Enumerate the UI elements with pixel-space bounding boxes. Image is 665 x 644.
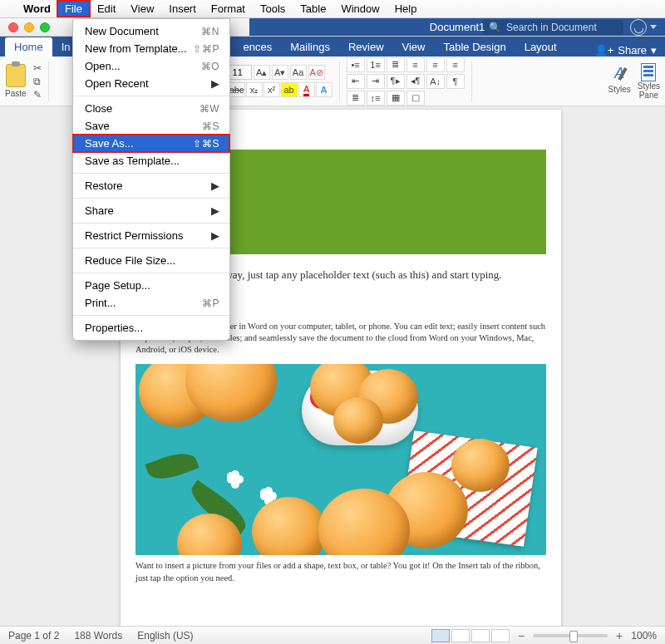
file-menu-item-new-from-template[interactable]: New from Template...⇧⌘P	[73, 40, 229, 57]
minimize-window-icon[interactable]	[24, 22, 34, 32]
bullets-button[interactable]: •≡	[347, 57, 365, 72]
tab-table-design[interactable]: Table Design	[435, 37, 515, 57]
file-menu-item-restore[interactable]: Restore▶	[73, 177, 229, 194]
feedback-smiley-icon[interactable]	[630, 19, 647, 36]
align-left-button[interactable]: ≡	[406, 57, 425, 72]
font-color-button[interactable]: A	[298, 82, 315, 97]
menu-edit[interactable]: Edit	[90, 1, 123, 17]
borders-button[interactable]: ▢	[406, 91, 425, 106]
align-right-button[interactable]: ≡	[446, 57, 465, 72]
zoom-percent[interactable]: 100%	[631, 630, 657, 642]
styles-pane-button[interactable]: Styles Pane	[638, 63, 660, 100]
search-input[interactable]: 🔍 Search in Document	[482, 20, 623, 35]
menu-item-shortcut: ⌘S	[202, 120, 219, 132]
print-layout-view-button[interactable]	[431, 629, 450, 642]
multilevel-button[interactable]: ≣	[387, 57, 405, 72]
tab-layout[interactable]: Layout	[515, 37, 566, 57]
change-case-button[interactable]: Aa	[290, 65, 307, 80]
view-mode-buttons	[431, 629, 510, 642]
font-size-select[interactable]: 11	[229, 65, 252, 80]
language-indicator[interactable]: English (US)	[137, 630, 193, 642]
file-menu-item-close[interactable]: Close⌘W	[73, 100, 229, 117]
draft-view-button[interactable]	[491, 629, 510, 642]
menu-help[interactable]: Help	[387, 1, 425, 17]
menu-insert[interactable]: Insert	[161, 1, 204, 17]
align-center-button[interactable]: ≡	[426, 57, 445, 72]
sort-button[interactable]: A↓	[426, 74, 445, 89]
text-effects-button[interactable]: A	[316, 82, 332, 97]
clear-format-button[interactable]: A⊘	[308, 65, 325, 80]
content-image[interactable]	[135, 364, 546, 555]
menu-item-label: Save	[85, 120, 110, 132]
file-menu-item-share[interactable]: Share▶	[73, 202, 229, 219]
menu-item-shortcut: ⌘W	[200, 103, 219, 115]
menu-item-shortcut: ⌘O	[201, 61, 219, 72]
menu-item-shortcut: ⇧⌘P	[193, 43, 219, 55]
zoom-slider[interactable]	[533, 634, 608, 637]
menu-item-label: Open...	[85, 60, 121, 72]
zoom-out-button[interactable]: −	[518, 629, 525, 642]
decrease-indent-button[interactable]: ⇤	[347, 74, 365, 89]
menu-item-label: Print...	[85, 297, 116, 309]
menu-item-label: Save as Template...	[85, 155, 180, 167]
divider	[471, 61, 472, 101]
file-menu-item-save-as[interactable]: Save As...⇧⌘S	[73, 135, 229, 152]
zoom-in-button[interactable]: +	[616, 629, 623, 642]
outline-view-button[interactable]	[471, 629, 490, 642]
file-menu-item-open[interactable]: Open...⌘O	[73, 57, 229, 75]
tab-home[interactable]: Home	[5, 37, 52, 57]
file-menu-item-reduce-file-size[interactable]: Reduce File Size...	[73, 252, 229, 269]
body-paragraph-2[interactable]: Want to insert a picture from your files…	[135, 560, 546, 583]
subscript-button[interactable]: x₂	[246, 82, 263, 97]
increase-indent-button[interactable]: ⇥	[367, 74, 385, 89]
file-menu-item-save[interactable]: Save⌘S	[73, 117, 229, 135]
word-count[interactable]: 188 Words	[74, 630, 122, 642]
tab-review[interactable]: Review	[339, 37, 393, 57]
tab-mailings[interactable]: Mailings	[281, 37, 339, 57]
grow-font-button[interactable]: A▴	[254, 65, 270, 80]
ltr-button[interactable]: ¶▸	[387, 74, 405, 89]
menu-file[interactable]: File	[57, 1, 90, 17]
file-menu-item-open-recent[interactable]: Open Recent▶	[73, 75, 229, 92]
menu-item-label: Close	[85, 102, 112, 115]
paste-icon[interactable]	[6, 64, 26, 87]
tab-references[interactable]: ences	[234, 37, 282, 57]
format-painter-icon[interactable]: ✎	[33, 89, 42, 101]
rtl-button[interactable]: ◂¶	[406, 74, 425, 89]
menu-tools[interactable]: Tools	[253, 1, 293, 17]
menu-format[interactable]: Format	[204, 1, 253, 17]
copy-icon[interactable]: ⧉	[33, 76, 42, 87]
file-menu-item-save-as-template[interactable]: Save as Template...	[73, 152, 229, 170]
file-menu-item-new-document[interactable]: New Document⌘N	[73, 22, 229, 40]
web-layout-view-button[interactable]	[451, 629, 470, 642]
file-menu-item-page-setup[interactable]: Page Setup...	[73, 277, 229, 294]
menu-item-shortcut: ⌘N	[201, 26, 219, 37]
app-name[interactable]: Word	[17, 2, 57, 15]
menu-item-label: Reduce File Size...	[85, 254, 175, 267]
line-spacing-button[interactable]: ↕≡	[367, 91, 385, 106]
menu-window[interactable]: Window	[333, 1, 387, 17]
file-menu-item-properties[interactable]: Properties...	[73, 319, 229, 337]
numbering-button[interactable]: 1≡	[367, 57, 385, 72]
shading-button[interactable]: ▦	[387, 91, 405, 106]
menu-view[interactable]: View	[123, 1, 161, 17]
file-menu-item-restrict-permissions[interactable]: Restrict Permissions▶	[73, 227, 229, 244]
feedback-dropdown-icon[interactable]	[650, 25, 657, 29]
close-window-icon[interactable]	[8, 22, 18, 32]
superscript-button[interactable]: x²	[264, 82, 280, 97]
page-indicator[interactable]: Page 1 of 2	[8, 630, 59, 642]
strike-button[interactable]: abc	[229, 82, 245, 97]
menu-table[interactable]: Table	[293, 1, 333, 17]
menu-item-shortcut: ⇧⌘S	[193, 138, 219, 150]
file-menu-item-print[interactable]: Print...⌘P	[73, 294, 229, 312]
tab-view[interactable]: View	[393, 37, 435, 57]
cut-icon[interactable]: ✂	[33, 62, 42, 74]
divider	[339, 61, 340, 101]
justify-button[interactable]: ≣	[347, 91, 365, 106]
show-marks-button[interactable]: ¶	[446, 74, 465, 89]
zoom-window-icon[interactable]	[40, 22, 50, 32]
styles-button[interactable]: A Styles	[608, 63, 631, 100]
share-button[interactable]: 👤+ Share ▾	[594, 44, 657, 57]
highlight-button[interactable]: ab	[281, 82, 298, 97]
shrink-font-button[interactable]: A▾	[272, 65, 288, 80]
